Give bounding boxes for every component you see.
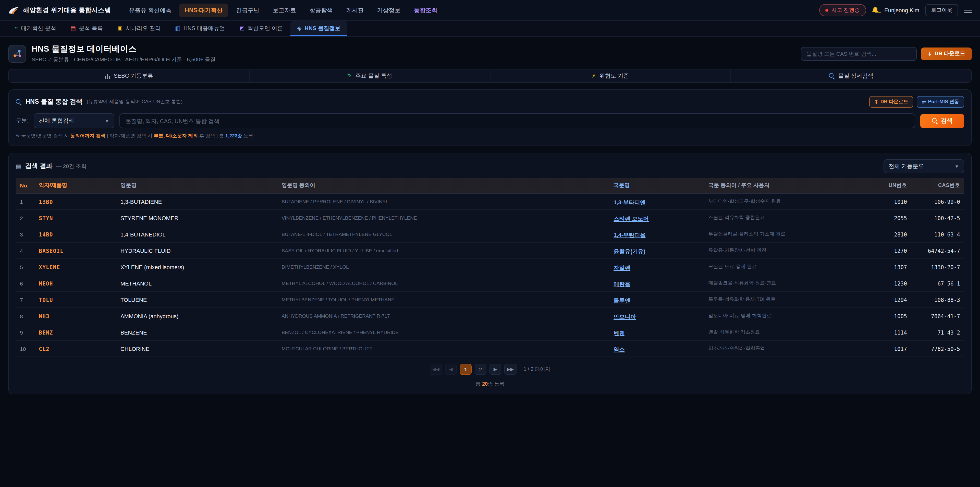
korean-name-link[interactable]: 벤젠	[614, 330, 625, 336]
classification-filter-select[interactable]: 전체 기동분류 ▼	[883, 160, 964, 173]
col-un-number[interactable]: UN번호	[875, 178, 911, 193]
hamburger-menu-icon[interactable]	[964, 7, 972, 13]
incident-badge-label: 사고 진행중	[832, 6, 860, 14]
col-no[interactable]: No.	[16, 178, 35, 193]
korean-name-link[interactable]: 1,3-부타디엔	[614, 199, 646, 205]
korean-name-link[interactable]: 톨루엔	[614, 297, 630, 303]
feature-tab[interactable]: 물질 상세검색	[731, 69, 972, 82]
total-prefix: 총	[476, 381, 482, 386]
pagination-page-button[interactable]: 1	[460, 364, 472, 375]
sub-tab[interactable]: ▥HNS 대응매뉴얼	[169, 21, 231, 36]
col-english-name[interactable]: 영문명	[116, 178, 278, 193]
sub-tab[interactable]: ◩확산모델 이론	[232, 21, 290, 36]
korean-name-link[interactable]: 윤활유(기유)	[614, 248, 646, 254]
english-name-cell: HYDRAULIC FLUID	[116, 242, 278, 259]
db-download-button[interactable]: ↧ DB 다운로드	[921, 47, 972, 60]
help-prefix: ※ 국문명/영문명 검색 시	[16, 133, 70, 139]
un-number-cell: 2810	[875, 226, 911, 242]
english-name-cell: TOLUENE	[116, 291, 278, 308]
korean-name-link[interactable]: 자일렌	[614, 264, 630, 270]
pagination-prev-button[interactable]: ◀	[445, 364, 457, 375]
nav-item[interactable]: 긴급구난	[231, 3, 265, 17]
korean-name-link[interactable]: 암모니아	[614, 313, 636, 319]
korean-name-cell: 1,4-부탄디올	[609, 226, 704, 242]
col-korean-name[interactable]: 국문명	[609, 178, 704, 193]
row-number-cell: 3	[16, 226, 35, 242]
abbr-cell: MEOH	[35, 275, 116, 291]
korean-name-link[interactable]: 1,4-부탄디올	[614, 232, 646, 238]
pagination-next-button[interactable]: ▶	[490, 364, 501, 375]
nav-item[interactable]: 기상정보	[372, 3, 406, 17]
nav-item[interactable]: 유출유 확산예측	[123, 3, 177, 17]
korean-name-link[interactable]: 스티렌 모노머	[614, 215, 649, 221]
help-suffix: 등록	[242, 133, 253, 139]
help-mid2: 후 검색 | 총	[198, 133, 225, 139]
col-cas-number[interactable]: CAS번호	[911, 178, 964, 193]
total-registered: 총 20종 등록	[16, 380, 964, 388]
english-synonym-cell: VINYLBENZENE / ETHENYLBENZENE / PHENYLET…	[278, 210, 610, 226]
nav-item[interactable]: 항공탐색	[304, 3, 339, 17]
abbr-cell: TOLU	[35, 291, 116, 308]
table-row: 4BASEOILHYDRAULIC FLUIDBASE OIL / HYDRAU…	[16, 242, 964, 259]
nav-item[interactable]: 통합조회	[408, 3, 443, 17]
col-korean-synonym[interactable]: 국문 동의어 / 주요 사용처	[704, 178, 875, 193]
sub-tab[interactable]: ▤분석 목록	[64, 21, 110, 36]
search-type-select[interactable]: 전체 통합검색 ▼	[34, 113, 115, 128]
col-english-synonym[interactable]: 영문명 동의어	[278, 178, 610, 193]
logo[interactable]: 해양환경 위기대응 통합시스템	[8, 6, 111, 14]
feature-tab[interactable]: SEBC 기동분류	[9, 69, 250, 82]
search-icon	[829, 73, 835, 79]
portmis-link-button[interactable]: ⇄ Port-MIS 연동	[917, 96, 964, 108]
unified-search-input[interactable]	[119, 113, 915, 128]
search-panel-subtitle: (유류약어·제품명·동의어·CAS·UN번호 통합)	[87, 99, 183, 105]
sub-tab[interactable]: ▣시나리오 관리	[110, 21, 167, 36]
korean-name-cell: 톨루엔	[609, 291, 704, 308]
search-panel-header: HNS 물질 통합 검색 (유류약어·제품명·동의어·CAS·UN번호 통합) …	[16, 96, 964, 108]
incident-status-badge[interactable]: 사고 진행중	[819, 4, 866, 16]
pagination-last-button[interactable]: ▶▶	[504, 364, 517, 375]
logout-button[interactable]: 로그아웃	[925, 4, 958, 16]
bell-icon[interactable]	[872, 7, 878, 13]
panel-db-download-button[interactable]: ↧ DB 다운로드	[869, 96, 913, 108]
korean-name-link[interactable]: 메탄올	[614, 281, 630, 287]
total-count: 20	[482, 381, 488, 386]
nav-item[interactable]: HNS·대기확산	[179, 3, 228, 17]
pencil-icon: ✎	[347, 73, 352, 79]
sub-tab[interactable]: ◈HNS 물질정보	[290, 21, 347, 36]
un-number-cell: 1294	[875, 291, 911, 308]
header-search-input[interactable]	[801, 47, 917, 61]
nav-item[interactable]: 게시판	[341, 3, 369, 17]
app-root: 해양환경 위기대응 통합시스템 유출유 확산예측HNS·대기확산긴급구난보고자료…	[0, 0, 980, 487]
english-synonym-cell: BASE OIL / HYDRAULIC FLUID / Y LUBE / em…	[278, 242, 610, 259]
feature-tab[interactable]: ✎주요 물질 특성	[250, 69, 490, 82]
results-table: No. 약자/제품명 영문명 영문명 동의어 국문명 국문 동의어 / 주요 사…	[16, 178, 964, 357]
sub-tab-bar: ≈대기확산 분석▤분석 목록▣시나리오 관리▥HNS 대응매뉴얼◩확산모델 이론…	[0, 21, 980, 37]
search-button[interactable]: 검색	[920, 113, 964, 128]
search-form: 구분: 전체 통합검색 ▼ 검색	[16, 113, 964, 128]
sub-tab[interactable]: ≈대기확산 분석	[8, 21, 63, 36]
page-title: HNS 물질정보 데이터베이스	[32, 44, 216, 55]
cas-number-cell: 110-63-4	[911, 226, 964, 242]
feature-tab[interactable]: ⚡위험도 기준	[490, 69, 731, 82]
nav-item[interactable]: 보고자료	[267, 3, 302, 17]
pagination: ◀◀ ◀ 12 ▶ ▶▶ 1 / 2 페이지	[16, 364, 964, 375]
korean-name-link[interactable]: 염소	[614, 346, 625, 352]
pagination-page-button[interactable]: 2	[475, 364, 487, 375]
english-name-cell: 1,3-BUTADIENE	[116, 193, 278, 210]
abbr-cell: 14BD	[35, 226, 116, 242]
pagination-first-button[interactable]: ◀◀	[430, 364, 442, 375]
korean-synonym-cell: 크실렌·도료·용제 원료	[704, 259, 875, 275]
english-name-cell: AMMONIA (anhydrous)	[116, 308, 278, 324]
clipboard-icon: ▤	[16, 163, 22, 169]
feature-tabs: SEBC 기동분류✎주요 물질 특성⚡위험도 기준물질 상세검색	[8, 69, 972, 83]
header-row: No. 약자/제품명 영문명 영문명 동의어 국문명 국문 동의어 / 주요 사…	[16, 178, 964, 193]
table-row: 314BD1,4-BUTANEDIOLBUTANE-1,4-DIOL / TET…	[16, 226, 964, 242]
folder-icon: ▣	[117, 25, 123, 31]
help-highlight-partial: 부분, 대/소문자 제외	[154, 133, 198, 139]
col-abbr[interactable]: 약자/제품명	[35, 178, 116, 193]
wing-logo-icon	[8, 6, 19, 14]
row-number-cell: 10	[16, 340, 35, 357]
molecule-icon	[13, 49, 22, 58]
wind-icon: ≈	[15, 25, 18, 31]
pagination-info: 1 / 2 페이지	[523, 366, 550, 373]
